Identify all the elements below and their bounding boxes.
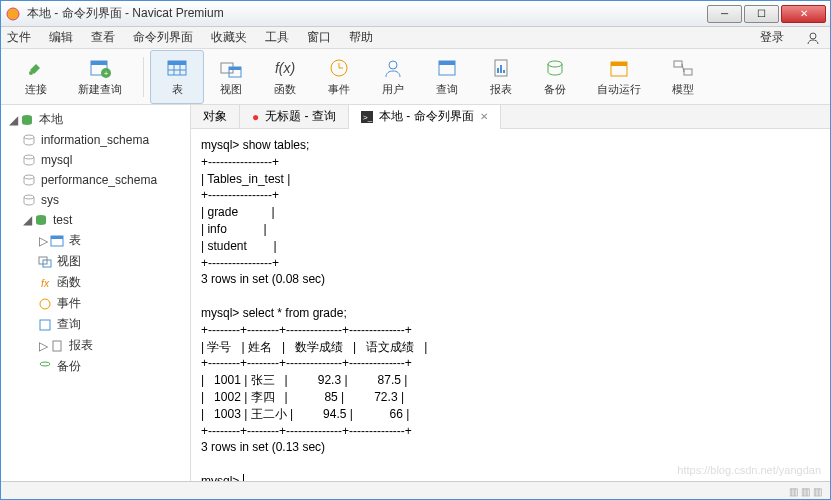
svg-text:+: +	[104, 69, 109, 78]
tree-db-item[interactable]: information_schema	[1, 130, 190, 150]
tool-backup[interactable]: 备份	[528, 50, 582, 104]
query-icon	[37, 317, 53, 333]
tool-autorun-label: 自动运行	[597, 82, 641, 97]
svg-point-1	[810, 33, 816, 39]
tool-report[interactable]: 报表	[474, 50, 528, 104]
menu-cmd[interactable]: 命令列界面	[133, 29, 193, 46]
tool-function[interactable]: f(x) 函数	[258, 50, 312, 104]
tree-backups[interactable]: 备份	[1, 356, 190, 377]
maximize-button[interactable]: ☐	[744, 5, 779, 23]
tool-report-label: 报表	[490, 82, 512, 97]
close-button[interactable]: ✕	[781, 5, 826, 23]
svg-rect-24	[500, 65, 502, 73]
statusbar: ▥ ▥ ▥	[1, 481, 830, 500]
svg-point-36	[24, 195, 34, 199]
svg-text:f(x): f(x)	[275, 60, 295, 76]
tree-queries[interactable]: 查询	[1, 314, 190, 335]
user-icon	[381, 56, 405, 80]
tool-backup-label: 备份	[544, 82, 566, 97]
svg-point-33	[24, 135, 34, 139]
tree-events[interactable]: 事件	[1, 293, 190, 314]
menu-file[interactable]: 文件	[7, 29, 31, 46]
expand-icon[interactable]: ▷	[37, 339, 49, 353]
minimize-button[interactable]: ─	[707, 5, 742, 23]
tool-query[interactable]: 查询	[420, 50, 474, 104]
tool-event-label: 事件	[328, 82, 350, 97]
table-icon	[49, 233, 65, 249]
console[interactable]: mysql> show tables; +----------------+ |…	[191, 129, 830, 481]
svg-point-0	[7, 8, 19, 20]
svg-point-26	[548, 61, 562, 67]
content-area: 对象 ●无标题 - 查询 >_本地 - 命令列界面✕ mysql> show t…	[191, 105, 830, 481]
menu-window[interactable]: 窗口	[307, 29, 331, 46]
terminal-icon: >_	[361, 111, 373, 123]
unsaved-icon: ●	[252, 110, 259, 124]
tree-db-item[interactable]: performance_schema	[1, 170, 190, 190]
statusbar-grip: ▥ ▥ ▥	[789, 486, 822, 497]
toolbar: 连接 + 新建查询 表 视图 f(x) 函数 事件 用户 查询 报表 备份 自动…	[1, 49, 830, 105]
tree-functions[interactable]: fx函数	[1, 272, 190, 293]
tree-views[interactable]: 视图	[1, 251, 190, 272]
tool-connect-label: 连接	[25, 82, 47, 97]
backup-icon	[37, 359, 53, 375]
svg-rect-28	[611, 62, 627, 66]
clock-icon	[327, 56, 351, 80]
tab-untitled-query[interactable]: ●无标题 - 查询	[240, 105, 349, 129]
db-icon	[33, 212, 49, 228]
close-icon[interactable]: ✕	[480, 111, 488, 122]
tool-newquery[interactable]: + 新建查询	[63, 50, 137, 104]
svg-rect-14	[229, 67, 241, 70]
tree-root[interactable]: ◢ 本地	[1, 109, 190, 130]
backup-icon	[543, 56, 567, 80]
tree-db-item[interactable]: mysql	[1, 150, 190, 170]
tool-event[interactable]: 事件	[312, 50, 366, 104]
tool-autorun[interactable]: 自动运行	[582, 50, 656, 104]
window-controls: ─ ☐ ✕	[707, 5, 826, 23]
menubar: 文件 编辑 查看 命令列界面 收藏夹 工具 窗口 帮助 登录	[1, 27, 830, 49]
expand-icon[interactable]: ▷	[37, 234, 49, 248]
titlebar: 本地 - 命令列界面 - Navicat Premium ─ ☐ ✕	[1, 1, 830, 27]
tab-objects[interactable]: 对象	[191, 105, 240, 129]
tool-model-label: 模型	[672, 82, 694, 97]
sidebar[interactable]: ◢ 本地 information_schema mysql performanc…	[1, 105, 191, 481]
tree-reports[interactable]: ▷报表	[1, 335, 190, 356]
menu-view[interactable]: 查看	[91, 29, 115, 46]
svg-point-34	[24, 155, 34, 159]
svg-line-31	[682, 64, 684, 72]
report-icon	[49, 338, 65, 354]
tool-table[interactable]: 表	[150, 50, 204, 104]
tool-model[interactable]: 模型	[656, 50, 710, 104]
table-icon	[165, 56, 189, 80]
collapse-icon[interactable]: ◢	[21, 213, 33, 227]
tool-view[interactable]: 视图	[204, 50, 258, 104]
app-icon	[5, 6, 21, 22]
fx-icon: fx	[37, 275, 53, 291]
tab-cmd[interactable]: >_本地 - 命令列界面✕	[349, 105, 501, 129]
model-icon	[671, 56, 695, 80]
tool-connect[interactable]: 连接	[9, 50, 63, 104]
db-icon	[21, 192, 37, 208]
svg-text:fx: fx	[41, 278, 50, 289]
database-icon	[19, 112, 35, 128]
svg-rect-30	[684, 69, 692, 75]
tree-root-label: 本地	[39, 111, 63, 128]
svg-rect-8	[168, 61, 186, 65]
menu-edit[interactable]: 编辑	[49, 29, 73, 46]
tree-db-test[interactable]: ◢test	[1, 210, 190, 230]
tool-function-label: 函数	[274, 82, 296, 97]
clock-icon	[37, 296, 53, 312]
collapse-icon[interactable]: ◢	[7, 113, 19, 127]
menu-fav[interactable]: 收藏夹	[211, 29, 247, 46]
menu-tools[interactable]: 工具	[265, 29, 289, 46]
menu-help[interactable]: 帮助	[349, 29, 373, 46]
tabbar: 对象 ●无标题 - 查询 >_本地 - 命令列界面✕	[191, 105, 830, 129]
tree-db-item[interactable]: sys	[1, 190, 190, 210]
svg-rect-21	[439, 61, 455, 65]
tool-user[interactable]: 用户	[366, 50, 420, 104]
login-label: 登录	[760, 29, 784, 46]
tool-user-label: 用户	[382, 82, 404, 97]
login-button[interactable]: 登录	[760, 29, 820, 46]
tree-tables[interactable]: ▷表	[1, 230, 190, 251]
db-icon	[21, 172, 37, 188]
db-icon	[21, 132, 37, 148]
